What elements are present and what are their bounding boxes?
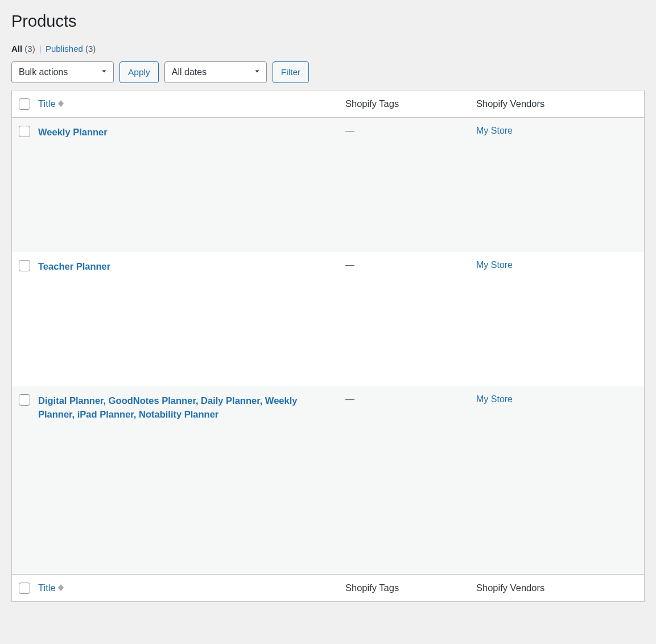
column-title-label: Title bbox=[38, 98, 56, 109]
column-title-label: Title bbox=[38, 583, 56, 593]
row-checkbox[interactable] bbox=[19, 260, 30, 271]
sort-by-title-footer[interactable]: Title bbox=[38, 583, 64, 593]
filter-button[interactable]: Filter bbox=[273, 61, 309, 83]
filter-published-link[interactable]: Published (3) bbox=[46, 44, 96, 53]
select-all-checkbox-footer[interactable] bbox=[19, 583, 30, 594]
column-header-vendors: Shopify Vendors bbox=[471, 90, 644, 118]
dates-wrap: All dates bbox=[164, 61, 267, 83]
filter-published-count: (3) bbox=[85, 44, 96, 53]
product-vendor-link[interactable]: My Store bbox=[476, 260, 513, 270]
column-header-title: Title bbox=[32, 90, 340, 118]
filter-all-label: All bbox=[11, 44, 22, 53]
products-table: Title Shopify Tags Shopify Vendors Weekl… bbox=[11, 90, 645, 602]
table-row: Weekly Planner — My Store bbox=[12, 118, 644, 252]
filter-all-count: (3) bbox=[24, 44, 35, 53]
bulk-actions-select[interactable]: Bulk actions bbox=[11, 61, 114, 83]
product-title-link[interactable]: Digital Planner, GoodNotes Planner, Dail… bbox=[38, 394, 334, 422]
row-checkbox[interactable] bbox=[19, 126, 30, 137]
product-tags: — bbox=[345, 126, 354, 135]
apply-button[interactable]: Apply bbox=[119, 61, 159, 83]
select-all-header bbox=[12, 90, 32, 118]
row-checkbox[interactable] bbox=[19, 394, 30, 406]
select-all-footer bbox=[12, 574, 32, 601]
table-row: Teacher Planner — My Store bbox=[12, 252, 644, 386]
column-footer-vendors: Shopify Vendors bbox=[471, 574, 644, 601]
column-header-tags: Shopify Tags bbox=[340, 90, 471, 118]
product-vendor-link[interactable]: My Store bbox=[476, 126, 513, 135]
filter-all-link[interactable]: All (3) bbox=[11, 44, 38, 53]
sort-by-title[interactable]: Title bbox=[38, 98, 64, 109]
filter-separator: | bbox=[38, 44, 43, 53]
table-row: Digital Planner, GoodNotes Planner, Dail… bbox=[12, 386, 644, 574]
column-footer-tags: Shopify Tags bbox=[340, 574, 471, 601]
product-title-link[interactable]: Weekly Planner bbox=[38, 126, 108, 139]
product-tags: — bbox=[345, 394, 354, 404]
dates-select[interactable]: All dates bbox=[164, 61, 267, 83]
product-tags: — bbox=[345, 260, 354, 270]
filter-published-label: Published bbox=[46, 44, 83, 53]
tablenav-top: Bulk actions Apply All dates Filter bbox=[11, 61, 645, 83]
select-all-checkbox[interactable] bbox=[19, 98, 30, 110]
product-title-link[interactable]: Teacher Planner bbox=[38, 260, 110, 274]
page-title: Products bbox=[11, 6, 645, 35]
product-vendor-link[interactable]: My Store bbox=[476, 394, 513, 404]
sort-icon bbox=[58, 584, 64, 591]
column-footer-title: Title bbox=[32, 574, 340, 601]
view-filter-links: All (3) | Published (3) bbox=[11, 44, 645, 53]
bulk-actions-wrap: Bulk actions bbox=[11, 61, 114, 83]
sort-icon bbox=[58, 100, 64, 107]
